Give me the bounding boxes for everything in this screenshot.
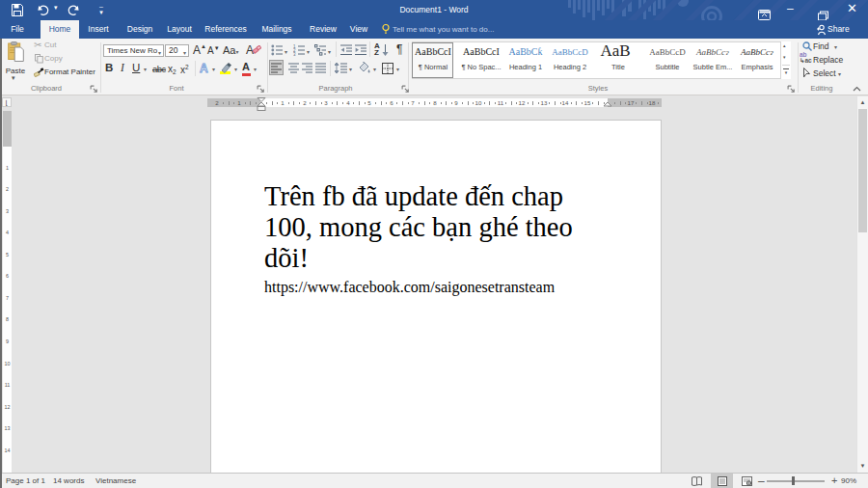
svg-text:3: 3: [293, 52, 296, 56]
